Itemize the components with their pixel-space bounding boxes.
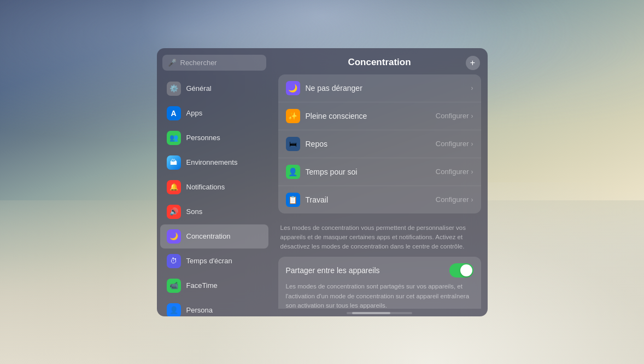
conc-action-pleine-conscience: Configurer <box>436 112 469 120</box>
share-toggle[interactable] <box>449 263 473 278</box>
sidebar-label-concentration: Concentration <box>186 232 231 240</box>
share-label: Partager entre les appareils <box>286 266 380 275</box>
facetime-icon: 📹 <box>167 279 181 293</box>
concentration-icon: 🌙 <box>167 229 181 244</box>
scroll-fill <box>352 312 390 314</box>
conc-item-ne-pas-deranger[interactable]: 🌙 Ne pas déranger › <box>278 74 481 102</box>
sidebar-label-general: Général <box>186 84 212 93</box>
sidebar-item-temps-ecran[interactable]: ⏱ Temps d'écran <box>160 249 268 273</box>
panel-wrapper: 🎤 Rechercher ⚙️ Général A Apps 👥 Personn… <box>157 48 488 316</box>
persona-icon: 👤 <box>167 303 181 316</box>
panel-content: 🌙 Ne pas déranger › ✨ Pleine conscience … <box>272 74 488 309</box>
moon-icon: 🌙 <box>288 84 297 93</box>
repos-icon: 🛏 <box>286 137 300 151</box>
search-placeholder: Rechercher <box>180 59 217 67</box>
conc-action-temps-pour-soi: Configurer <box>436 167 469 176</box>
conc-item-travail[interactable]: 📋 Travail Configurer › <box>278 186 481 213</box>
sidebar-item-concentration[interactable]: 🌙 Concentration <box>160 224 268 249</box>
sidebar-label-persona: Persona <box>186 306 213 314</box>
environnements-icon: 🏔 <box>167 155 181 170</box>
sidebar-label-temps-ecran: Temps d'écran <box>186 257 232 265</box>
conc-action-repos: Configurer <box>436 140 469 148</box>
sidebar-item-notifications[interactable]: 🔔 Notifications <box>160 175 268 199</box>
sidebar-label-notifications: Notifications <box>186 183 225 191</box>
conc-item-temps-pour-soi[interactable]: 👤 Temps pour soi Configurer › <box>278 158 481 186</box>
conc-action-travail: Configurer <box>436 195 469 204</box>
notifications-icon: 🔔 <box>167 180 181 194</box>
sidebar-label-personnes: Personnes <box>186 134 220 142</box>
sidebar-label-facetime: FaceTime <box>186 281 218 290</box>
concentration-list: 🌙 Ne pas déranger › ✨ Pleine conscience … <box>278 74 481 213</box>
right-panel: Concentration + 🌙 Ne pas déranger › <box>272 48 488 316</box>
add-icon: + <box>470 58 475 68</box>
chevron-repos: › <box>471 140 473 148</box>
panel-header: Concentration + <box>272 48 488 74</box>
search-bar[interactable]: 🎤 Rechercher <box>162 55 266 71</box>
chevron-ne-pas-deranger: › <box>471 84 473 92</box>
chevron-temps-pour-soi: › <box>471 168 473 176</box>
conc-item-pleine-conscience[interactable]: ✨ Pleine conscience Configurer › <box>278 102 481 130</box>
main-container: 🎤 Rechercher ⚙️ Général A Apps 👥 Personn… <box>0 0 644 364</box>
scroll-track <box>347 312 412 314</box>
share-row: Partager entre les appareils <box>286 263 473 278</box>
sidebar-item-facetime[interactable]: 📹 FaceTime <box>160 274 268 298</box>
toggle-knob <box>460 264 472 276</box>
sidebar-item-persona[interactable]: 👤 Persona <box>160 298 268 316</box>
chevron-travail: › <box>471 196 473 204</box>
conc-item-repos[interactable]: 🛏 Repos Configurer › <box>278 130 481 158</box>
sidebar-label-apps: Apps <box>186 109 203 117</box>
ne-pas-deranger-icon: 🌙 <box>286 81 300 95</box>
temps-pour-soi-icon: 👤 <box>286 165 300 179</box>
share-section: Partager entre les appareils Les modes d… <box>278 257 481 308</box>
mic-icon: 🎤 <box>168 59 177 67</box>
personnes-icon: 👥 <box>167 131 181 145</box>
sidebar-item-general[interactable]: ⚙️ Général <box>160 77 268 101</box>
add-button[interactable]: + <box>466 56 480 70</box>
share-description: Les modes de concentration sont partagés… <box>286 282 473 308</box>
sons-icon: 🔊 <box>167 205 181 219</box>
pleine-conscience-icon: ✨ <box>286 109 300 123</box>
temps-ecran-icon: ⏱ <box>167 254 181 268</box>
travail-icon: 📋 <box>286 193 300 207</box>
conc-name-temps-pour-soi: Temps pour soi <box>306 167 436 176</box>
chevron-pleine-conscience: › <box>471 112 473 120</box>
sidebar-item-apps[interactable]: A Apps <box>160 101 268 125</box>
scroll-indicator <box>272 309 488 316</box>
sidebar-item-sons[interactable]: 🔊 Sons <box>160 200 268 224</box>
conc-name-ne-pas-deranger: Ne pas déranger <box>306 84 471 93</box>
apps-icon: A <box>167 106 181 120</box>
concentration-description: Les modes de concentration vous permette… <box>278 219 481 257</box>
sidebar-item-personnes[interactable]: 👥 Personnes <box>160 126 268 150</box>
sidebar: 🎤 Rechercher ⚙️ Général A Apps 👥 Personn… <box>157 48 272 316</box>
general-icon: ⚙️ <box>167 82 181 96</box>
conc-name-pleine-conscience: Pleine conscience <box>306 112 436 120</box>
sidebar-list: ⚙️ Général A Apps 👥 Personnes 🏔 Environn… <box>157 75 272 316</box>
conc-name-repos: Repos <box>306 140 436 148</box>
sidebar-item-environnements[interactable]: 🏔 Environnements <box>160 151 268 175</box>
conc-name-travail: Travail <box>306 195 436 204</box>
sidebar-label-environnements: Environnements <box>186 158 238 166</box>
sidebar-label-sons: Sons <box>186 207 203 216</box>
panel-title: Concentration <box>348 57 411 68</box>
